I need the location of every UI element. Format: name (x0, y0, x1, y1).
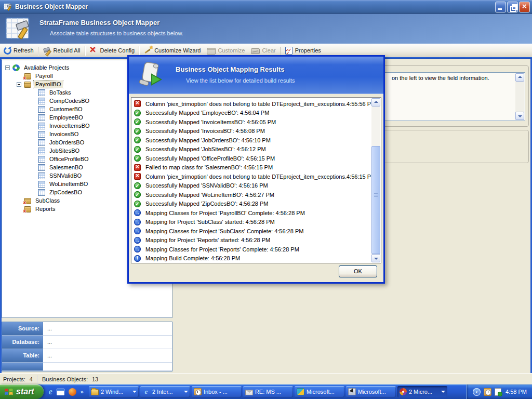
colored-squares-icon (297, 388, 304, 395)
detail-row-label: Table: (2, 349, 43, 363)
taskbar-window-button[interactable]: Microsoft... (346, 386, 396, 397)
overflow-chevron-icon[interactable]: » (81, 389, 84, 395)
reminder-clock-icon[interactable] (484, 388, 491, 396)
result-row[interactable]: Mapping Classes for Project 'PayrollBO' … (132, 208, 371, 218)
scroll-up-arrow-icon[interactable] (371, 98, 380, 107)
table-detail-panel: Source: ... Database: ... Table: ... (2, 322, 172, 371)
dropdown-arrow-icon[interactable] (132, 391, 137, 395)
media-document-icon[interactable] (495, 388, 501, 396)
scroll-down-arrow-icon[interactable] (515, 112, 524, 120)
tree-expander-icon[interactable] (17, 82, 21, 87)
minimize-button[interactable] (495, 2, 506, 12)
detail-row-value[interactable] (43, 363, 172, 371)
detail-row-value[interactable]: ... (43, 322, 172, 336)
field-info-scrollbar[interactable] (515, 73, 524, 120)
taskbar-button-label: 2 Wind... (101, 389, 130, 395)
table-icon (38, 156, 45, 163)
scroll-up-arrow-icon[interactable] (515, 73, 524, 82)
dialog-subtitle: View the list below for detailed build r… (186, 77, 295, 84)
success-icon (134, 146, 141, 153)
table-icon (38, 114, 45, 121)
start-button[interactable]: start (0, 384, 44, 399)
result-text: Mapping Classes for Project 'SubClass' C… (145, 228, 303, 234)
table-icon (38, 123, 45, 129)
tree-node-label: Avaliable Projects (22, 64, 71, 71)
result-row[interactable]: Mapping Classes for Project 'SubClass' C… (132, 227, 371, 236)
result-row[interactable]: Successfully Mapped 'InvoicesBO': 4:56:0… (132, 127, 371, 136)
taskbar-window-button[interactable]: Inbox - ... (192, 386, 242, 397)
title-bar: Business Object Mapper (0, 0, 532, 14)
result-row[interactable]: Successfully Mapped 'InvoiceItemsBO': 4:… (132, 117, 371, 127)
close-button[interactable] (519, 2, 530, 12)
result-row[interactable]: Successfully Mapped 'JobOrdersBO': 4:56:… (132, 136, 371, 145)
detail-row-value[interactable]: ... (43, 336, 172, 349)
scrollbar-thumb[interactable] (371, 146, 380, 255)
outlook-clock-icon (194, 388, 202, 395)
business-object-mapper-window: Business Object Mapper StrataFrame Busin… (0, 0, 532, 399)
internet-explorer-icon[interactable]: e (49, 387, 52, 396)
toolbar-button[interactable]: Rebuild All (40, 45, 84, 57)
taskbar-window-button[interactable]: 2 Wind... (89, 386, 139, 397)
clear-icon (251, 48, 260, 54)
error-icon (134, 100, 141, 107)
result-row[interactable]: Successfully Mapped 'JobSitesBO': 4:56:1… (132, 145, 371, 154)
taskbar-button-label: 2 Inter... (152, 389, 182, 395)
toolbar-button[interactable]: Refresh (1, 45, 37, 56)
toolbar-button[interactable]: Clear (248, 45, 279, 56)
dropdown-arrow-icon[interactable] (184, 391, 188, 395)
result-text: Mapping for Project 'SubClass' started: … (145, 219, 275, 225)
toolbar-button-label: Rebuild All (54, 47, 81, 54)
result-text: Failed to map class for 'SalesmenBO': 4:… (145, 164, 273, 170)
table-icon (38, 131, 45, 138)
show-desktop-icon[interactable] (57, 389, 64, 395)
folder-icon (91, 389, 99, 395)
result-row[interactable]: Successfully Mapped 'WoLineItemBO': 4:56… (132, 190, 371, 200)
tree-node-label: InvoiceItemsBO (48, 122, 91, 129)
info-arrow-icon (134, 209, 141, 216)
result-row[interactable]: Mapping for Project 'SubClass' started: … (132, 218, 371, 227)
taskbar-window-button[interactable]: RE: MS ... (243, 386, 293, 397)
mapping-results-dialog: Business Object Mapping Results View the… (127, 55, 385, 284)
result-row[interactable]: Mapping Build Complete: 4:56:28 PM (132, 254, 371, 262)
result-row[interactable]: Column 'piex_trimoption' does not belong… (132, 172, 371, 181)
result-text: Successfully Mapped 'InvoicesBO': 4:56:0… (145, 128, 265, 134)
firefox-icon[interactable] (69, 388, 76, 396)
restore-button[interactable] (507, 2, 518, 12)
result-text: Successfully Mapped 'InvoiceItemsBO': 4:… (145, 119, 276, 125)
results-scrollbar[interactable] (371, 98, 380, 262)
toolbar-button-label: Clear (262, 47, 275, 54)
success-icon (134, 191, 141, 198)
result-row[interactable]: Mapping for Project 'Reports' started: 4… (132, 236, 371, 245)
result-row[interactable]: Column 'piex_trimoption' does not belong… (132, 99, 371, 109)
taskbar-window-button[interactable]: Microsoft... (295, 386, 344, 397)
dialog-title: Business Object Mapping Results (176, 65, 285, 73)
dropdown-arrow-icon[interactable] (441, 391, 445, 395)
result-row[interactable]: Mapping Classes for Project 'Reports' Co… (132, 245, 371, 254)
result-row[interactable]: Failed to map class for 'SalesmenBO': 4:… (132, 163, 371, 172)
field-info-text: on the left to view the field informatio… (392, 75, 512, 81)
result-row[interactable]: Successfully Mapped 'OfficeProfileBO': 4… (132, 154, 371, 163)
magic-wand-icon (143, 46, 152, 55)
tree-node-label: Payroll (34, 72, 55, 79)
result-row[interactable]: Successfully Mapped 'SSNValidBO': 4:56:1… (132, 181, 371, 191)
result-text: Column 'piex_trimoption' does not belong… (145, 174, 371, 180)
toolbar-button[interactable]: Customize (204, 45, 248, 56)
project-package-error-icon (24, 206, 31, 212)
taskbar-window-button[interactable]: e 2 Inter... (140, 386, 190, 397)
taskbar-window-button[interactable]: 2 Micro... (397, 386, 447, 397)
result-row[interactable]: Successfully Mapped 'EmployeeBO': 4:56:0… (132, 109, 371, 118)
result-row[interactable]: Successfully Mapped 'ZipCodesBO': 4:56:2… (132, 200, 371, 209)
result-text: Mapping for Project 'Reports' started: 4… (145, 237, 270, 243)
success-icon (134, 137, 141, 143)
window-title: Business Object Mapper (15, 3, 495, 10)
toolbar-button-label: Delete Config (100, 47, 135, 54)
tree-node-label: CompCodesBO (48, 97, 91, 104)
scroll-down-arrow-icon[interactable] (371, 254, 380, 262)
ok-button[interactable]: OK (339, 265, 377, 277)
tree-node-label: InvoicesBO (48, 130, 80, 138)
hide-tray-icons-chevron-icon[interactable]: ‹ (473, 388, 481, 396)
tree-expander-icon[interactable] (5, 65, 10, 70)
project-package-error-icon (24, 73, 31, 79)
detail-row-value[interactable]: ... (43, 349, 172, 363)
error-icon (134, 164, 141, 171)
